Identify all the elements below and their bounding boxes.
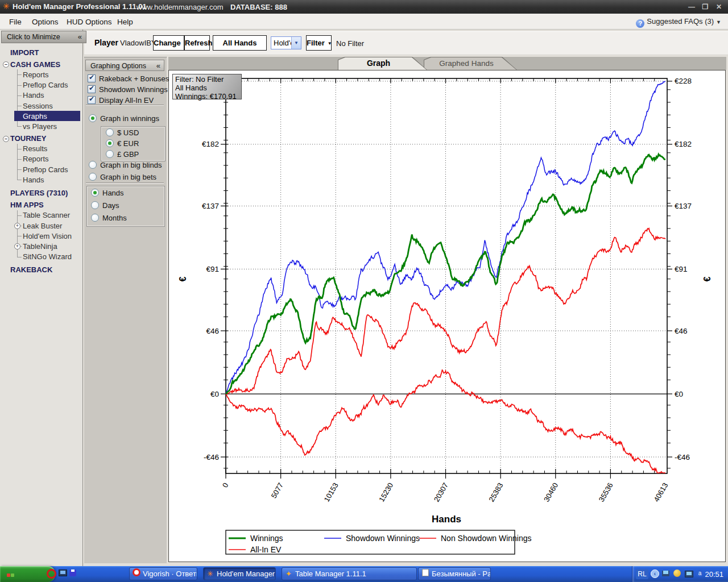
radio-icon[interactable] [89,173,97,181]
taskbar-button-3[interactable]: Безымянный - Paint.... [418,567,491,580]
checkbox-icon[interactable]: ✔ [88,74,96,82]
sidebar-item-table-scanner[interactable]: Table Scanner [0,210,82,221]
svg-text:20307: 20307 [432,481,450,504]
svg-text:€137: €137 [202,202,219,210]
sidebar-item-sitngo-wizard[interactable]: SitNGo Wizard [0,252,82,262]
svg-text:-€46: -€46 [675,453,690,462]
expand-node-icon[interactable]: + [14,223,20,229]
svg-text:0: 0 [221,481,230,489]
sidebar-item-hands[interactable]: Hands [0,174,82,185]
close-button[interactable]: ✕ [712,2,726,12]
collapse-node-icon[interactable]: – [3,61,9,68]
option-rakeback-bonuses[interactable]: ✔Rakeback + Bonuses [88,74,169,84]
menu-hud-options[interactable]: HUD Options [63,16,115,27]
minimize-button[interactable]: — [685,2,698,12]
taskbar-button-1[interactable]: ✳Hold'em Manager Pro... [203,567,276,580]
sidebar-item-preflop-cards[interactable]: Preflop Cards [0,80,82,90]
tray-app-icon[interactable]: a [696,569,705,578]
sidebar-item-vs-players[interactable]: vs Players [0,121,82,131]
checkbox-icon[interactable]: ✔ [88,85,96,93]
sidebar-item-import[interactable]: IMPORT [0,47,82,57]
collapse-icon[interactable]: « [78,31,82,43]
sidebar-item-hm-apps[interactable]: HM APPS [0,200,82,210]
sidebar-item-tourney[interactable]: –TOURNEY [0,134,82,144]
sidebar-item-reports[interactable]: Reports [0,154,82,164]
collapse-icon[interactable]: « [156,60,160,72]
radio-icon[interactable] [91,201,99,209]
sidebar-item-reports[interactable]: Reports [0,69,82,80]
sidebar-item-hands[interactable]: Hands [0,90,82,101]
menu-options[interactable]: Options [28,16,62,27]
chevron-down-icon[interactable]: ▼ [291,37,301,49]
sidebar-item-sessions[interactable]: Sessions [0,101,82,111]
sidebar-item-graphs[interactable]: Graphs [0,111,82,121]
sidebar-item-results[interactable]: Results [0,144,82,154]
graphing-options-header[interactable]: Graphing Options« [85,60,164,71]
title-bar: ✳ Hold'em Manager Professional 1.11.01 w… [0,0,728,14]
tray-monitor2-icon[interactable] [685,569,693,578]
sidebar-item-leak-buster[interactable]: +Leak Buster [0,221,82,231]
svg-text:-€46: -€46 [204,453,219,462]
radio--eur[interactable]: € EUR [106,139,139,148]
radio-icon[interactable] [106,150,114,158]
svg-text:€91: €91 [206,265,219,273]
radio-icon[interactable] [106,128,114,136]
collapse-node-icon[interactable]: – [3,136,9,142]
svg-text:€0: €0 [675,390,683,398]
opera-quicklaunch-icon[interactable] [47,569,56,578]
change-button[interactable]: Change▼ [153,35,184,51]
svg-text:Non Showdown Winnings: Non Showdown Winnings [441,534,532,543]
series-all-in-ev [226,228,665,394]
radio-graph-in-big-blinds[interactable]: Graph in big blinds [89,161,162,170]
option-showdown-winnings[interactable]: ✔Showdown Winnings [88,85,168,94]
sidebar: Click to Minimize« IMPORT–CASH GAMESRepo… [0,29,83,566]
radio-days[interactable]: Days [91,201,119,210]
tray-camera-icon[interactable] [673,569,682,578]
refresh-button[interactable]: Refresh [184,35,210,51]
help-icon: ? [636,19,644,28]
radio-icon[interactable] [91,214,99,222]
radio--gbp[interactable]: £ GBP [106,150,139,159]
graphing-options-panel: Graphing Options« ✔Rakeback + Bonuses✔Sh… [84,57,167,563]
sidebar-minimize-header[interactable]: Click to Minimize« [1,31,86,43]
sidebar-item-rakeback[interactable]: RAKEBACK [0,265,82,275]
radio-icon[interactable] [89,161,97,169]
sidebar-item-cash-games[interactable]: –CASH GAMES [0,59,82,69]
radio--usd[interactable]: $ USD [106,128,139,138]
suggested-faqs[interactable]: ?Suggested FAQs (3)▼ [636,17,721,28]
taskbar-button-0[interactable]: Vigorish · Ответить -... [129,567,197,580]
desktop-quicklaunch-icon[interactable] [59,569,68,578]
tray-monitor-icon[interactable] [662,569,671,578]
svg-text:10153: 10153 [322,481,340,504]
taskbar-button-2[interactable]: ✦Table Manager 1.11.1 [282,567,417,580]
radio-graph-in-winnings[interactable]: Graph in winnings [89,114,159,123]
game-type-select[interactable]: Hold'em▼ [271,36,301,49]
svg-text:Winnings: Winnings [250,534,283,543]
radio-icon[interactable] [89,114,97,122]
tab-bar: Graph Graphed Hands [168,57,726,70]
tab-graphed-hands[interactable]: Graphed Hands [424,57,517,70]
radio-icon[interactable] [91,189,99,197]
save-quicklaunch-icon[interactable] [69,569,78,578]
language-indicator[interactable]: RL [636,569,648,579]
sidebar-item-hold-em-vision[interactable]: Hold'em Vision [0,231,82,241]
all-hands-button[interactable]: All Hands [213,35,267,51]
svg-text:€46: €46 [206,327,219,335]
radio-hands[interactable]: Hands [91,189,124,198]
sidebar-item-preflop-cards[interactable]: Preflop Cards [0,164,82,174]
hide-icons-chevron[interactable]: ‹ [651,569,659,578]
sidebar-item-players-7310-[interactable]: PLAYERS (7310) [0,188,82,198]
radio-graph-in-big-bets[interactable]: Graph in big bets [89,173,156,182]
radio-icon[interactable] [106,139,114,147]
tab-graph[interactable]: Graph [338,57,427,70]
restore-button[interactable]: ❐ [698,2,712,12]
menu-help[interactable]: Help [114,16,136,27]
sidebar-item-tableninja[interactable]: +TableNinja [0,241,82,251]
checkbox-icon[interactable]: ✔ [88,96,96,104]
option-display-all-in-ev[interactable]: ✔Display All-In EV [88,96,154,105]
menu-file[interactable]: File [6,16,25,27]
filter-button[interactable]: Filter▼ [306,35,332,51]
taskbar-clock: 20:51 [705,570,723,579]
filter-status: No Filter [336,39,364,48]
radio-months[interactable]: Months [91,214,127,223]
